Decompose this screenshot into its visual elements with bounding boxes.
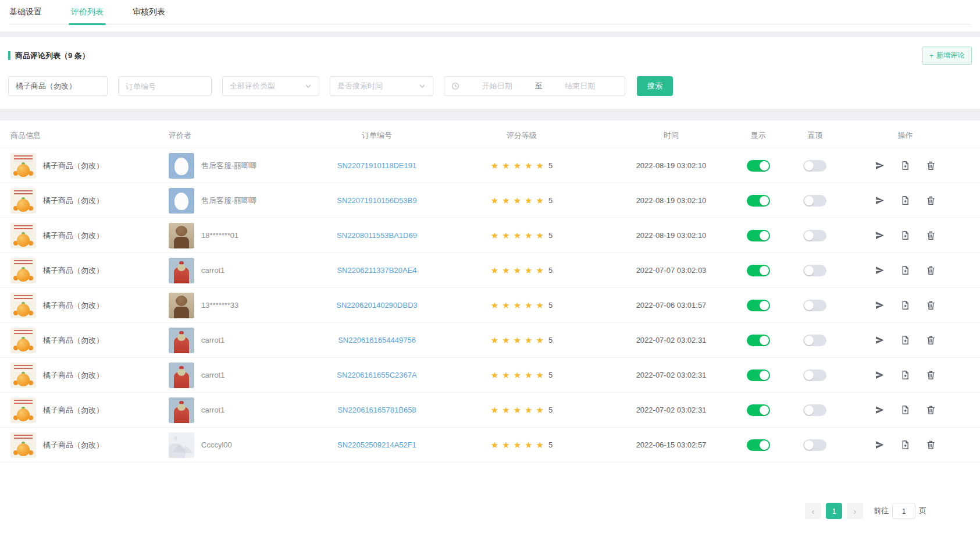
edit-file-button[interactable]	[900, 196, 910, 205]
star-icon: ★	[536, 440, 544, 450]
top-toggle[interactable]	[803, 369, 826, 381]
edit-file-button[interactable]	[900, 440, 910, 450]
rating-value: 5	[548, 161, 553, 170]
trash-icon	[926, 440, 936, 450]
rating-value: 5	[548, 406, 553, 414]
order-number-link[interactable]: SN220616165781B658	[337, 406, 416, 414]
top-toggle[interactable]	[803, 265, 826, 276]
star-icon: ★	[491, 265, 498, 276]
show-toggle[interactable]	[747, 265, 770, 276]
star-icon: ★	[525, 300, 532, 311]
tab-review-list[interactable]: 评价列表	[71, 0, 104, 24]
product-image	[10, 258, 36, 283]
top-toggle[interactable]	[803, 300, 826, 311]
order-number-link[interactable]: SN2206161655C2367A	[337, 371, 416, 379]
review-time: 2022-08-19 03:02:10	[636, 231, 707, 240]
review-time: 2022-07-02 03:02:31	[636, 406, 707, 414]
star-icon: ★	[502, 440, 509, 450]
product-image	[10, 363, 36, 388]
star-icon: ★	[502, 161, 509, 171]
page-unit-label: 页	[919, 506, 926, 516]
show-toggle[interactable]	[747, 230, 770, 241]
send-button[interactable]	[875, 405, 885, 415]
order-number-link[interactable]: SN2206161654449756	[338, 336, 416, 344]
delete-button[interactable]	[926, 300, 936, 310]
order-number-link[interactable]: SN22071910118DE191	[337, 161, 416, 170]
edit-file-button[interactable]	[900, 370, 910, 380]
delete-button[interactable]	[926, 335, 936, 345]
review-type-select[interactable]: 全部评价类型	[222, 76, 319, 96]
product-name: 橘子商品（勿改）	[43, 405, 104, 415]
send-button[interactable]	[875, 196, 885, 205]
show-toggle[interactable]	[747, 439, 770, 451]
star-icon: ★	[491, 370, 498, 381]
top-toggle[interactable]	[803, 160, 826, 172]
top-toggle[interactable]	[803, 335, 826, 346]
date-range-picker[interactable]: 开始日期 至 结束日期	[444, 76, 625, 96]
show-toggle[interactable]	[747, 195, 770, 207]
goto-page-input[interactable]	[892, 503, 915, 519]
edit-file-button[interactable]	[900, 405, 910, 415]
prev-page-button[interactable]: ‹	[805, 503, 821, 519]
delete-button[interactable]	[926, 196, 936, 205]
order-number-input[interactable]	[118, 76, 212, 96]
send-button[interactable]	[875, 300, 885, 310]
send-button[interactable]	[875, 335, 885, 345]
delete-button[interactable]	[926, 440, 936, 450]
order-number-link[interactable]: SN2206211337B20AE4	[337, 266, 416, 275]
send-button[interactable]	[875, 370, 885, 380]
delete-button[interactable]	[926, 265, 936, 275]
file-add-icon	[900, 161, 910, 170]
order-number-link[interactable]: SN22071910156D53B9	[337, 196, 416, 205]
star-icon: ★	[536, 405, 544, 415]
rating-value: 5	[548, 336, 553, 344]
delete-button[interactable]	[926, 161, 936, 170]
add-comment-button[interactable]: + 新增评论	[922, 47, 972, 65]
delete-button[interactable]	[926, 370, 936, 380]
tab-basic-settings[interactable]: 基础设置	[9, 0, 42, 24]
edit-file-button[interactable]	[900, 161, 910, 170]
star-icon: ★	[525, 405, 532, 415]
edit-file-button[interactable]	[900, 335, 910, 345]
star-rating: ★★★★★	[491, 196, 544, 206]
top-toggle[interactable]	[803, 195, 826, 207]
product-name-input[interactable]	[8, 76, 108, 96]
send-button[interactable]	[875, 265, 885, 275]
review-time: 2022-07-06 03:01:57	[636, 301, 707, 310]
show-toggle[interactable]	[747, 160, 770, 172]
start-date-placeholder[interactable]: 开始日期	[459, 81, 535, 91]
edit-file-button[interactable]	[900, 300, 910, 310]
order-number-link[interactable]: SN2208011553BA1D69	[337, 231, 417, 240]
top-toggle[interactable]	[803, 404, 826, 416]
delete-button[interactable]	[926, 405, 936, 415]
page-1-button[interactable]: 1	[826, 503, 842, 519]
star-icon: ★	[491, 405, 498, 415]
plus-icon: +	[929, 52, 933, 60]
show-toggle[interactable]	[747, 369, 770, 381]
show-toggle[interactable]	[747, 335, 770, 346]
star-icon: ★	[491, 300, 498, 311]
show-toggle[interactable]	[747, 300, 770, 311]
next-page-button[interactable]: ›	[847, 503, 863, 519]
star-icon: ★	[502, 265, 509, 276]
send-button[interactable]	[875, 161, 885, 170]
rating-value: 5	[548, 301, 553, 310]
edit-file-button[interactable]	[900, 265, 910, 275]
edit-file-button[interactable]	[900, 230, 910, 240]
search-button[interactable]: 搜索	[637, 76, 673, 96]
reviewer-name: carrot1	[201, 371, 224, 379]
end-date-placeholder[interactable]: 结束日期	[543, 81, 618, 91]
top-toggle[interactable]	[803, 230, 826, 241]
star-icon: ★	[525, 335, 532, 346]
review-table: 商品信息 评价者 订单编号 评分等级 时间 显示 置顶 操作 橘子商品（勿改） …	[0, 120, 980, 533]
order-number-link[interactable]: SN22052509214A52F1	[337, 440, 416, 449]
order-number-link[interactable]: SN220620140290DBD3	[336, 301, 418, 310]
top-toggle[interactable]	[803, 439, 826, 451]
send-button[interactable]	[875, 440, 885, 450]
tab-audit-list[interactable]: 审核列表	[133, 0, 165, 24]
search-time-select[interactable]: 是否搜索时间	[330, 76, 433, 96]
show-toggle[interactable]	[747, 404, 770, 416]
delete-button[interactable]	[926, 230, 936, 240]
avatar	[169, 397, 194, 423]
send-button[interactable]	[875, 230, 885, 240]
